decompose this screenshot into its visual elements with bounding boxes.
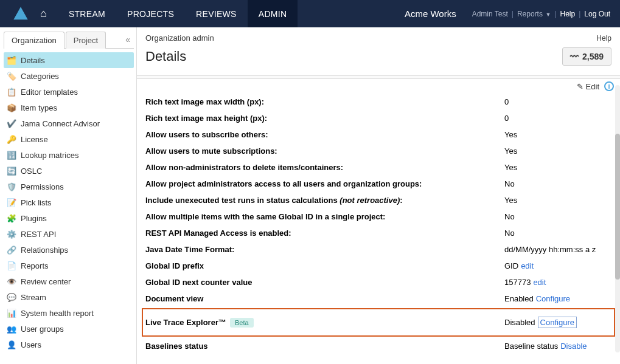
nav-stream[interactable]: STREAM xyxy=(58,0,116,27)
sidebar-item-label: Editor templates xyxy=(21,88,78,97)
categories-icon: 🏷️ xyxy=(6,71,17,81)
nav-admin[interactable]: ADMIN xyxy=(248,0,298,27)
sidebar-item-label: Item types xyxy=(21,103,57,112)
oslc-icon: 🔄 xyxy=(6,166,17,176)
sidebar-item-label: System health report xyxy=(21,309,94,318)
permissions-icon: 🛡️ xyxy=(6,182,17,191)
sidebar-item-label: Jama Connect Advisor xyxy=(21,119,100,128)
detail-label: Allow users to subscribe others: xyxy=(145,130,504,139)
chevron-down-icon: ▼ xyxy=(544,12,551,18)
sidebar-item-editor-templates[interactable]: 📋Editor templates xyxy=(4,84,134,100)
sidebar-item-label: Users xyxy=(21,340,41,349)
sidebar-item-oslc[interactable]: 🔄OSLC xyxy=(4,163,134,179)
detail-value: Yes xyxy=(504,163,517,172)
tab-project[interactable]: Project xyxy=(66,32,106,49)
breadcrumb: Organization admin xyxy=(145,33,214,43)
admin-sidebar: OrganizationProject « 🗂️Details🏷️Categor… xyxy=(0,27,137,364)
sidebar-item-stream[interactable]: 💬Stream xyxy=(4,289,134,305)
info-icon[interactable]: i xyxy=(604,81,614,91)
sidebar-item-label: Lookup matrices xyxy=(21,151,78,160)
stream-icon: 💬 xyxy=(6,292,17,302)
edit-button[interactable]: ✎ Edit xyxy=(577,82,599,91)
detail-value: 0 xyxy=(504,97,509,106)
detail-label: Rich text image max width (px): xyxy=(145,97,504,106)
detail-value: 0 xyxy=(504,114,509,123)
detail-value: DisabledConfigure xyxy=(504,317,577,328)
reports-icon: 📄 xyxy=(6,261,17,270)
edit-link[interactable]: edit xyxy=(521,261,534,270)
sidebar-item-label: User groups xyxy=(21,325,64,334)
detail-value: Yes xyxy=(504,146,517,156)
detail-row: Allow multiple items with the same Globa… xyxy=(145,208,611,225)
sidebar-item-user-groups[interactable]: 👥User groups xyxy=(4,321,134,337)
disable-link[interactable]: Disable xyxy=(560,342,587,351)
sidebar-item-pick-lists[interactable]: 📝Pick lists xyxy=(4,194,134,210)
sidebar-item-reports[interactable]: 📄Reports xyxy=(4,258,134,273)
nav-reviews[interactable]: REVIEWS xyxy=(185,0,248,27)
configure-link[interactable]: Configure xyxy=(536,294,570,303)
panel-help-link[interactable]: Help xyxy=(596,34,611,43)
home-icon[interactable]: ⌂ xyxy=(40,7,47,20)
detail-label: Allow project administrators access to a… xyxy=(145,179,504,188)
sidebar-item-plugins[interactable]: 🧩Plugins xyxy=(4,210,134,226)
sidebar-item-label: Permissions xyxy=(21,182,64,191)
sidebar-item-label: License xyxy=(21,135,48,144)
edit-link[interactable]: edit xyxy=(533,278,546,287)
review-center-icon: 👁️ xyxy=(6,276,17,286)
sidebar-item-label: Plugins xyxy=(21,214,47,223)
sidebar-item-label: Relationships xyxy=(21,246,68,255)
users-icon: 👤 xyxy=(6,340,17,349)
sidebar-item-item-types[interactable]: 📦Item types xyxy=(4,100,134,115)
configure-link[interactable]: Configure xyxy=(538,317,577,328)
tab-organization[interactable]: Organization xyxy=(4,32,64,49)
jama-connect-advisor-icon: ✔️ xyxy=(6,118,17,128)
user-name-link[interactable]: Admin Test xyxy=(472,10,508,18)
sidebar-item-label: Stream xyxy=(21,293,46,302)
lookup-matrices-icon: 🔢 xyxy=(6,150,17,160)
detail-row: Live Trace Explorer™BetaDisabledConfigur… xyxy=(142,308,615,337)
sidebar-item-system-health-report[interactable]: 📊System health report xyxy=(4,305,134,321)
user-groups-icon: 👥 xyxy=(6,324,17,334)
detail-row: Global ID next counter value157773edit xyxy=(145,274,611,290)
detail-row: Allow users to mute subscriptions:Yes xyxy=(145,143,611,159)
item-types-icon: 📦 xyxy=(6,103,17,112)
sidebar-item-label: Pick lists xyxy=(21,198,52,207)
details-icon: 🗂️ xyxy=(6,55,17,65)
sidebar-item-license[interactable]: 🔑License xyxy=(4,131,134,147)
detail-label: Allow non-administrators to delete items… xyxy=(145,163,504,172)
detail-label: Document view xyxy=(145,294,504,303)
pick-lists-icon: 📝 xyxy=(6,197,17,207)
detail-row: Rich text image max height (px):0 xyxy=(145,110,611,126)
detail-label: Global ID prefix xyxy=(145,261,504,270)
sidebar-item-categories[interactable]: 🏷️Categories xyxy=(4,68,134,84)
sidebar-item-lookup-matrices[interactable]: 🔢Lookup matrices xyxy=(4,147,134,163)
detail-row: Java Date Time Format:dd/MM/yyyy hh:mm:s… xyxy=(145,241,611,258)
collapse-sidebar-icon[interactable]: « xyxy=(125,35,134,44)
detail-row: REST API Managed Access is enabled:No xyxy=(145,225,611,241)
detail-label: Rich text image max height (px): xyxy=(145,114,504,123)
sidebar-item-jama-connect-advisor[interactable]: ✔️Jama Connect Advisor xyxy=(4,115,134,131)
sidebar-item-users[interactable]: 👤Users xyxy=(4,337,134,352)
nav-projects[interactable]: PROJECTS xyxy=(116,0,185,27)
top-navbar: ⌂ STREAMPROJECTSREVIEWSADMIN Acme Works … xyxy=(0,0,620,27)
scrollbar-thumb[interactable] xyxy=(615,134,620,280)
sidebar-item-review-center[interactable]: 👁️Review center xyxy=(4,273,134,289)
detail-row: Include unexecuted test runs in status c… xyxy=(145,192,611,208)
detail-value: No xyxy=(504,228,515,238)
detail-row: Allow non-administrators to delete items… xyxy=(145,159,611,176)
detail-label: Allow multiple items with the same Globa… xyxy=(145,212,504,221)
detail-value: No xyxy=(504,212,515,221)
editor-templates-icon: 📋 xyxy=(6,87,17,97)
reports-menu[interactable]: Reports ▼ xyxy=(517,10,551,18)
app-logo-icon xyxy=(12,5,29,22)
activity-count-badge[interactable]: 〰 2,589 xyxy=(562,47,611,66)
help-link[interactable]: Help xyxy=(560,10,575,18)
detail-value: dd/MM/yyyy hh:mm:ss a z xyxy=(504,245,596,254)
detail-label: Include unexecuted test runs in status c… xyxy=(145,196,504,205)
sidebar-item-details[interactable]: 🗂️Details xyxy=(4,52,134,68)
sidebar-item-rest-api[interactable]: ⚙️REST API xyxy=(4,226,134,242)
sidebar-item-relationships[interactable]: 🔗Relationships xyxy=(4,242,134,258)
logout-link[interactable]: Log Out xyxy=(584,10,610,18)
sidebar-item-permissions[interactable]: 🛡️Permissions xyxy=(4,179,134,194)
detail-label: Allow users to mute subscriptions: xyxy=(145,146,504,156)
